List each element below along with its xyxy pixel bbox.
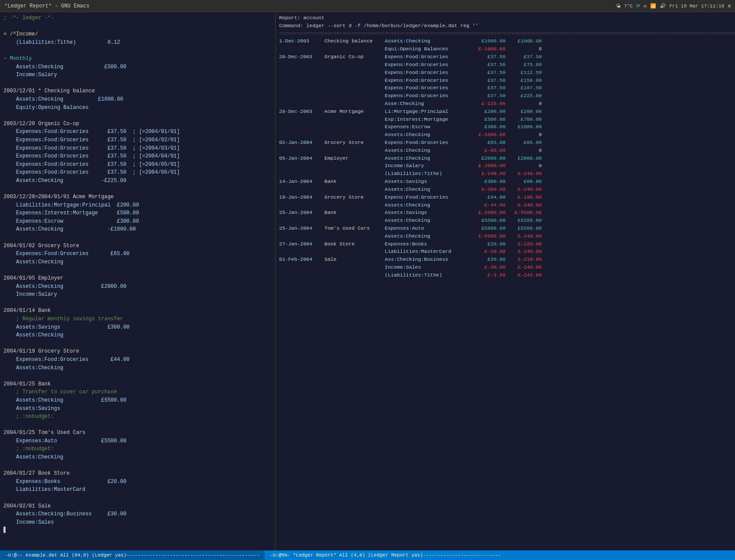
left-line-41: 2004/01/19 Grocery Store [0,347,275,356]
report-row-29: Income:Sales £-30.00 £-240.00 [276,263,735,271]
report-row-18: 14-Jan-2004 Bank Assets:Savings £300.00 … [276,178,735,186]
left-line-13: 2003/12/20 Organic Co-op [0,120,275,128]
left-line-6: Assets:Checking £500.00 [0,63,275,71]
left-line-35 [0,299,275,307]
left-line-5: ~ Monthly [0,55,275,63]
report-row-5: Expens:Food:Groceries £37.50 £150.00 [276,77,735,84]
statusbar-left: -U:@-- example.dat All (64,0) (Ledger ya… [0,550,265,560]
report-row-6: Expens:Food:Groceries £37.50 £187.50 [276,84,735,92]
left-line-49: ; :nobudget: [0,413,275,421]
left-line-1 [0,22,275,31]
report-row-11: Expenses:Escrow £300.00 £1000.00 [276,123,735,131]
left-line-22: 2003/12/28=2004/01/01 Acme Mortgage [0,193,275,201]
left-line-24: Expenses:Interest:Mortgage £500.00 [0,209,275,217]
report-row-27: Liabilities:MasterCard £-20.00 £-240.00 [276,248,735,256]
left-line-34: Income:Salary [0,290,275,299]
left-line-50 [0,421,275,429]
report-row-23: Assets:Checking £5500.00 £5260.00 [276,217,735,224]
left-line-17: Expenses:Food:Groceries £37.50 ; [=2004/… [0,152,275,161]
left-line-47: Assets:Checking £5500.00 [0,396,275,405]
left-line-2: = /^Income/ [0,30,275,38]
titlebar-title: *Ledger Report* - GNU Emacs [4,3,89,9]
left-line-30: Assets:Checking [0,258,275,266]
left-line-7: Income:Salary [0,71,275,79]
network-icon: 📶 [650,3,656,9]
left-line-29: Expenses:Food:Groceries £65.00 [0,250,275,258]
report-row-2: 20-Dec-2003 Organic Co-op Expens:Food:Gr… [276,53,735,61]
report-row-19: Assets:Checking £-300.00 £-240.00 [276,186,735,193]
left-line-21 [0,185,275,193]
left-line-32: 2004/01/05 Employer [0,274,275,283]
report-header-label: Report: account [276,14,735,22]
report-row-4: Expens:Food:Groceries £37.50 £112.50 [276,69,735,77]
right-content: Report: accountCommand: ledger --sort d … [276,14,735,279]
report-row-30: (Liabilities:Tithe) £-3.60 £-243.60 [276,271,735,279]
left-line-20: Assets:Checking -£225.00 [0,177,275,185]
left-pane[interactable]: ; -*- ledger -*- = /^Income/ (Liabilitie… [0,12,276,550]
left-line-51: 2004/01/25 Tom's Used Cars [0,429,275,437]
left-line-19: Expenses:Food:Groceries £37.50 ; [=2004/… [0,168,275,177]
left-line-42: Expenses:Food:Groceries £44.00 [0,356,275,364]
report-row-1: Equi:Opening Balances £-1000.00 0 [276,45,735,53]
statusbar-left-text: -U:@-- example.dat All (64,0) (Ledger ya… [5,553,259,558]
left-line-62: Income:Sales [0,518,275,527]
left-line-43: Assets:Checking [0,364,275,372]
report-row-28: 01-Feb-2004 Sale Ass:Checking:Business £… [276,256,735,263]
left-line-11: Equity:Opening Balances [0,104,275,112]
left-line-36: 2004/01/14 Bank [0,307,275,315]
left-line-57: Expenses:Books £20.00 [0,478,275,486]
left-line-18: Expenses:Food:Groceries £37.50 ; [=2004/… [0,161,275,169]
right-pane[interactable]: Report: accountCommand: ledger --sort d … [276,12,735,550]
left-line-45: 2004/01/25 Bank [0,380,275,388]
left-line-12 [0,112,275,120]
settings-icon[interactable]: ⚙ [728,3,731,9]
left-line-15: Expenses:Food:Groceries £37.50 ; [=2004/… [0,136,275,144]
left-line-8 [0,79,275,88]
report-row-3: Expens:Food:Groceries £37.50 £75.00 [276,61,735,69]
left-line-52: Expenses:Auto £5500.00 [0,437,275,445]
report-row-17: (Liabilities:Tithe) £-240.00 £-240.00 [276,170,735,178]
left-line-23: Liabilities:Mortgage:Principal £200.00 [0,201,275,210]
left-line-25: Expenses:Escrow £300.00 [0,217,275,226]
report-row-16: Income:Salary £-2000.00 0 [276,162,735,170]
main-container: ; -*- ledger -*- = /^Income/ (Liabilitie… [0,12,735,550]
report-row-25: Assets:Checking £-5500.00 £-240.00 [276,232,735,240]
left-line-48: Assets:Savings [0,405,275,413]
left-line-56: 2004/01/27 Book Store [0,469,275,478]
left-content: ; -*- ledger -*- = /^Income/ (Liabilitie… [0,14,275,535]
left-line-58: Liabilities:MasterCard [0,486,275,494]
left-line-26: Assets:Checking -£1000.00 [0,225,275,234]
left-line-44 [0,372,275,380]
left-line-46: ; Transfer to cover car purchase [0,388,275,396]
report-row-14: Assets:Checking £-65.00 0 [276,147,735,154]
statusbar: -U:@-- example.dat All (64,0) (Ledger ya… [0,550,735,560]
report-row-12: Assets:Checking £-1000.00 0 [276,131,735,139]
report-row-13: 02-Jan-2004 Grocery Store Expens:Food:Gr… [276,139,735,147]
statusbar-right: -U:@%%- *Ledger Report* All (4,0) (Ledge… [265,550,735,560]
report-row-10: Exp:Interest:Mortgage £500.00 £700.00 [276,116,735,123]
left-line-16: Expenses:Food:Groceries £37.50 ; [=2004/… [0,144,275,153]
report-row-24: 25-Jan-2004 Tom's Used Cars Expenses:Aut… [276,224,735,232]
left-line-31 [0,266,275,274]
left-line-3: (Liabilities:Tithe) 0.12 [0,38,275,47]
statusbar-right-text: -U:@%%- *Ledger Report* All (4,0) (Ledge… [270,553,501,558]
mail-icon[interactable]: ✉ [644,3,647,9]
report-row-7: Expens:Food:Groceries £37.50 £225.00 [276,92,735,100]
volume-icon[interactable]: 🔊 [660,3,666,9]
report-row-8: Asse:Checking £-225.00 0 [276,100,735,108]
left-line-55 [0,462,275,470]
report-row-20: 19-Jan-2004 Grocery Store Expens:Food:Gr… [276,193,735,201]
clock: Fri 15 Mar 17:11:19 [669,4,724,9]
left-line-38: Assets:Savings £300.00 [0,323,275,332]
sync-icon[interactable]: ⟳ [636,3,640,9]
left-line-0: ; -*- ledger -*- [0,14,275,22]
titlebar: *Ledger Report* - GNU Emacs 🌤 7°C ⟳ ✉ 📶 … [0,0,735,12]
left-line-39: Assets:Checking [0,331,275,340]
left-line-10: Assets:Checking £1000.00 [0,95,275,104]
report-divider: ========================================… [276,30,735,38]
left-line-4 [0,46,275,55]
left-line-53: ; :nobudget: [0,445,275,453]
left-line-59 [0,494,275,502]
report-row-22: 25-Jan-2004 Bank Assets:Savings £-5500.0… [276,209,735,217]
report-header-command: Command: ledger --sort d -f /home/borbus… [276,22,735,30]
